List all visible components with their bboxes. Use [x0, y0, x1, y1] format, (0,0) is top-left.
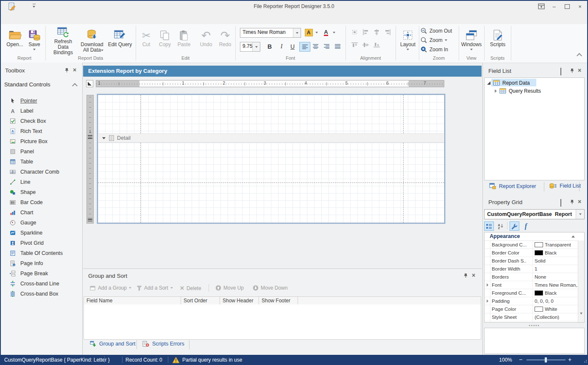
property-value[interactable]: 0, 0, 0, 0	[533, 299, 584, 304]
column-header-field-name[interactable]: Field Name	[84, 296, 181, 305]
edit-query-button[interactable]: Edit Query	[107, 26, 133, 55]
selected-object-combo-caret[interactable]	[576, 210, 584, 219]
text-highlight-caret[interactable]	[314, 28, 319, 37]
property-value[interactable]: Transparent	[533, 242, 584, 247]
align-left-button[interactable]	[299, 42, 310, 52]
property-value[interactable]: Black	[533, 290, 584, 296]
property-row[interactable]: Style Sheet's	[485, 321, 584, 323]
toolbox-item-sparkline[interactable]: Sparkline	[0, 228, 81, 238]
scripts-button[interactable]: Scripts	[487, 26, 508, 55]
toolbox-item-panel[interactable]: Panel	[0, 147, 81, 157]
font-name-combo[interactable]: Times New Roman	[240, 28, 301, 38]
collapse-ribbon-icon[interactable]	[577, 53, 582, 58]
property-value[interactable]: White	[533, 307, 584, 312]
ribbon-display-options-button[interactable]	[537, 3, 546, 10]
scroll-down-icon[interactable]	[580, 315, 582, 321]
property-row[interactable]: Foreground C...Black	[485, 289, 584, 297]
align-tops-button[interactable]	[350, 41, 359, 49]
events-view-button[interactable]: f	[521, 221, 531, 231]
zoom-plus-button[interactable]: +	[568, 356, 571, 363]
property-expand-icon[interactable]	[487, 299, 488, 303]
property-row[interactable]: Border ColorBlack	[485, 249, 584, 257]
property-expand-icon[interactable]	[487, 283, 488, 287]
property-value[interactable]: None	[533, 274, 584, 279]
toolbox-item-pointer[interactable]: Pointer	[0, 96, 81, 106]
toolbox-item-gauge[interactable]: Gauge	[0, 218, 81, 228]
refresh-data-bindings-button[interactable]: Refresh Data Bindings	[50, 26, 76, 55]
properties-view-button[interactable]	[510, 221, 519, 231]
zoom-slider-thumb[interactable]	[545, 357, 547, 362]
cut-button[interactable]: ✂ Cut	[139, 26, 154, 55]
toolbox-item-table[interactable]: Table	[0, 157, 81, 167]
property-value[interactable]: (Collection)	[533, 315, 584, 320]
property-row[interactable]: BordersNone	[485, 273, 584, 281]
toolbox-item-bar-code[interactable]: Bar Code	[0, 197, 81, 207]
font-size-combo[interactable]: 9.75	[240, 42, 260, 52]
zoom-out-button[interactable]: Zoom Out	[421, 27, 459, 35]
toolbox-item-cross-band-line[interactable]: Cross-band Line	[0, 279, 81, 289]
vertical-ruler[interactable]: 1	[86, 95, 94, 224]
undo-button[interactable]: ↶ Undo	[198, 26, 215, 55]
property-row[interactable]: Border Dash S..Solid	[485, 257, 584, 265]
zoom-button[interactable]: Zoom	[421, 36, 459, 44]
align-middles-button[interactable]	[361, 41, 370, 49]
report-select-corner-button[interactable]	[86, 80, 93, 87]
copy-button[interactable]: Copy	[156, 26, 173, 55]
bold-button[interactable]: B	[265, 42, 275, 51]
property-grid-pin-icon[interactable]	[570, 199, 574, 206]
property-row[interactable]: Style Sheet(Collection)	[485, 313, 584, 321]
tree-node-query-results[interactable]: Query Results	[495, 87, 541, 95]
align-centers-button[interactable]	[372, 28, 381, 36]
property-row[interactable]: Padding0, 0, 0, 0	[485, 297, 584, 305]
group-sort-pin-icon[interactable]	[463, 273, 468, 279]
toolbox-item-pivot-grid[interactable]: ΣPivot Grid	[0, 238, 81, 248]
property-value[interactable]: 1	[533, 266, 584, 271]
field-list-maximize-icon[interactable]	[560, 69, 561, 75]
toolbox-item-page-break[interactable]: Page Break	[0, 268, 81, 279]
field-list-close-icon[interactable]: ×	[578, 68, 581, 73]
field-list-pin-icon[interactable]	[570, 68, 574, 75]
report-header-area[interactable]	[98, 95, 444, 133]
tab-report-explorer[interactable]: Report Explorer	[489, 183, 536, 189]
align-center-button[interactable]	[310, 42, 320, 51]
design-surface[interactable]: Detail	[97, 94, 445, 224]
toolbox-item-picture-box[interactable]: Picture Box	[0, 136, 81, 147]
save-button[interactable]: Save	[25, 26, 43, 55]
snap-to-grid-button[interactable]	[350, 28, 359, 36]
toolbox-item-chart[interactable]: Chart	[0, 207, 81, 218]
tab-field-list[interactable]: Field List	[549, 183, 581, 189]
zoom-in-button[interactable]: Zoom In	[421, 45, 459, 54]
layout-button[interactable]: Layout	[398, 26, 418, 55]
toolbox-item-rich-text[interactable]: ARich Text	[0, 126, 81, 136]
toolbox-item-page-info[interactable]: iPage Info	[0, 258, 81, 268]
align-right-button[interactable]	[321, 42, 332, 51]
tree-node-report-data[interactable]: Report Data	[487, 79, 530, 87]
text-highlight-button[interactable]: A	[304, 28, 314, 37]
zoom-minus-button[interactable]: −	[519, 356, 522, 363]
categorized-view-button[interactable]	[484, 221, 494, 231]
windows-button[interactable]: Windows	[460, 26, 483, 55]
column-header-sort-order[interactable]: Sort Order	[181, 296, 220, 305]
move-up-button[interactable]: Move Up	[215, 285, 244, 291]
move-down-button[interactable]: Move Down	[253, 285, 287, 291]
property-value[interactable]: Black	[533, 250, 584, 255]
column-header-show-header[interactable]: Show Header	[220, 296, 259, 305]
align-rights-button[interactable]	[383, 28, 392, 36]
panel-splitter[interactable]: •••••	[484, 324, 585, 328]
toolbox-item-label[interactable]: ALabel	[0, 106, 81, 116]
property-grid-maximize-icon[interactable]	[560, 200, 561, 206]
toolbox-item-check-box[interactable]: Check Box	[0, 116, 81, 126]
align-justify-button[interactable]	[332, 42, 343, 51]
toolbox-item-cross-band-box[interactable]: Cross-band Box	[0, 289, 81, 299]
delete-button[interactable]: ✕ Delete	[180, 285, 201, 291]
tree-collapsed-icon[interactable]	[495, 89, 497, 93]
toolbox-section-collapse-icon[interactable]	[72, 83, 78, 88]
property-grid-scrollbar[interactable]	[578, 241, 584, 322]
maximize-button[interactable]	[563, 3, 572, 10]
tab-group-and-sort[interactable]: Group and Sort	[90, 341, 135, 347]
toolbox-pin-icon[interactable]	[64, 68, 69, 74]
align-bottoms-button[interactable]	[372, 41, 381, 49]
property-value[interactable]: Solid	[533, 258, 584, 263]
property-value[interactable]: Times New Roman,...	[533, 282, 584, 288]
font-size-combo-caret[interactable]	[252, 42, 260, 51]
